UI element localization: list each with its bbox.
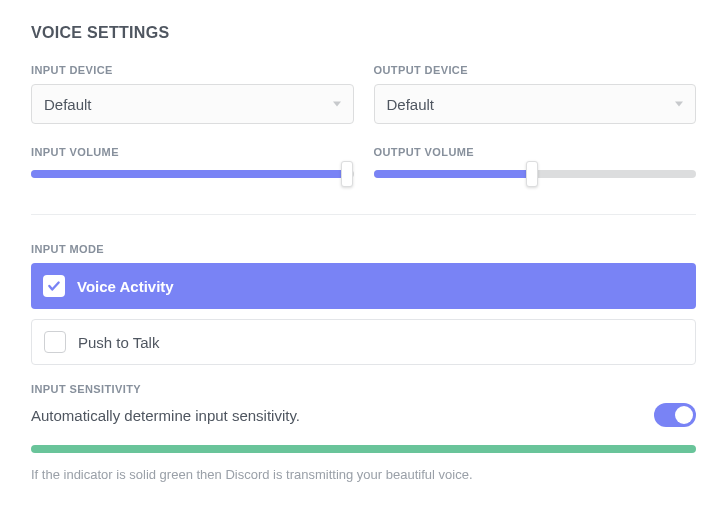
- chevron-down-icon: [333, 102, 341, 107]
- output-device-select[interactable]: Default: [374, 84, 697, 124]
- input-mode-push-to-talk[interactable]: Push to Talk: [31, 319, 696, 365]
- push-to-talk-label: Push to Talk: [78, 334, 159, 351]
- output-volume-col: OUTPUT VOLUME: [374, 146, 697, 182]
- output-volume-thumb[interactable]: [526, 161, 538, 187]
- device-row: INPUT DEVICE Default OUTPUT DEVICE Defau…: [31, 64, 696, 124]
- auto-sensitivity-row: Automatically determine input sensitivit…: [31, 403, 696, 427]
- input-mode-voice-activity[interactable]: Voice Activity: [31, 263, 696, 309]
- input-volume-slider[interactable]: [31, 170, 354, 178]
- output-device-label: OUTPUT DEVICE: [374, 64, 697, 76]
- input-volume-label: INPUT VOLUME: [31, 146, 354, 158]
- checkbox-unchecked-icon: [44, 331, 66, 353]
- volume-row: INPUT VOLUME OUTPUT VOLUME: [31, 146, 696, 182]
- output-volume-label: OUTPUT VOLUME: [374, 146, 697, 158]
- output-device-value: Default: [387, 96, 435, 113]
- input-mode-label: INPUT MODE: [31, 243, 696, 255]
- checkbox-checked-icon: [43, 275, 65, 297]
- input-volume-fill: [31, 170, 347, 178]
- input-sensitivity-label: INPUT SENSITIVITY: [31, 383, 696, 395]
- input-device-label: INPUT DEVICE: [31, 64, 354, 76]
- auto-sensitivity-text: Automatically determine input sensitivit…: [31, 407, 300, 424]
- input-device-select[interactable]: Default: [31, 84, 354, 124]
- page-title: VOICE SETTINGS: [31, 24, 696, 42]
- chevron-down-icon: [675, 102, 683, 107]
- input-device-col: INPUT DEVICE Default: [31, 64, 354, 124]
- sensitivity-helper-text: If the indicator is solid green then Dis…: [31, 467, 696, 482]
- voice-activity-label: Voice Activity: [77, 278, 174, 295]
- toggle-knob: [675, 406, 693, 424]
- sensitivity-indicator-bar: [31, 445, 696, 453]
- divider: [31, 214, 696, 215]
- output-volume-slider[interactable]: [374, 170, 697, 178]
- output-volume-fill: [374, 170, 532, 178]
- auto-sensitivity-toggle[interactable]: [654, 403, 696, 427]
- input-volume-col: INPUT VOLUME: [31, 146, 354, 182]
- input-device-value: Default: [44, 96, 92, 113]
- output-device-col: OUTPUT DEVICE Default: [374, 64, 697, 124]
- input-volume-thumb[interactable]: [341, 161, 353, 187]
